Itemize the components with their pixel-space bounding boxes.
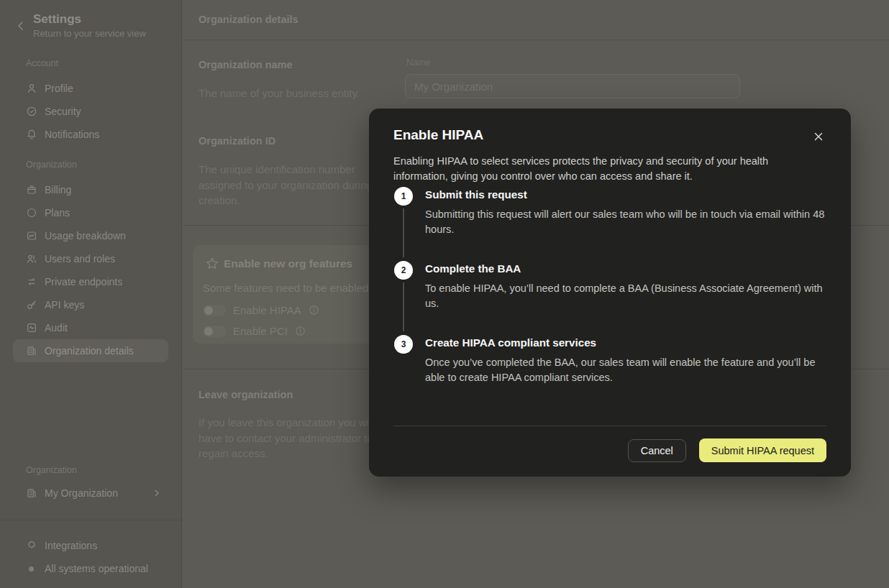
org-name-description: The name of your business entity. [199, 86, 380, 101]
sidebar-item-label: Security [45, 106, 81, 117]
hipaa-steps: 1Submit this requestSubmitting this requ… [393, 185, 826, 385]
status-label: All systems operational [45, 563, 148, 574]
org-name-heading: Organization name [199, 59, 293, 70]
organization-name-input[interactable] [405, 74, 740, 98]
enable-hipaa-row: Enable HIPAA [203, 304, 319, 316]
step-title: Complete the BAA [425, 261, 826, 277]
info-icon[interactable] [295, 326, 306, 336]
enable-hipaa-modal: Enable HIPAA Enabling HIPAA to select se… [369, 109, 851, 477]
leave-org-description: If you leave this organization you will … [199, 415, 380, 461]
step-number-badge: 1 [394, 187, 413, 206]
sidebar-item-organization-details[interactable]: Organization details [13, 339, 168, 362]
building-icon [26, 487, 37, 499]
bell-icon [26, 129, 37, 140]
toggle-knob [204, 306, 213, 315]
sidebar-item-private-endpoints[interactable]: Private endpoints [13, 270, 168, 293]
cancel-button[interactable]: Cancel [628, 439, 686, 462]
system-status[interactable]: All systems operational [13, 557, 168, 580]
org-id-heading: Organization ID [199, 135, 275, 147]
sidebar-item-my-organization[interactable]: My Organization [13, 482, 168, 505]
step-title: Create HIPAA compliant services [425, 335, 826, 351]
name-field-label: Name [406, 58, 430, 68]
step-title: Submit this request [425, 187, 826, 203]
sidebar-item-plans[interactable]: Plans [13, 201, 168, 224]
features-card-description: Some features need to be enabled t [203, 282, 375, 294]
hipaa-step-1: 1Submit this requestSubmitting this requ… [393, 187, 826, 259]
enable-pci-toggle[interactable] [203, 326, 226, 337]
hipaa-step-3: 3Create HIPAA compliant servicesOnce you… [393, 335, 826, 385]
sidebar-item-audit[interactable]: Audit [13, 316, 168, 339]
sidebar-item-api-keys[interactable]: API keys [13, 293, 168, 316]
status-dot-icon [29, 566, 34, 571]
chevron-left-icon [14, 19, 27, 32]
features-card-title: Enable new org features [224, 257, 352, 270]
step-description: To enable HIPAA, you’ll need to complete… [425, 281, 826, 311]
users-icon [26, 253, 37, 265]
hipaa-step-2: 2Complete the BAATo enable HIPAA, you’ll… [393, 261, 826, 334]
step-number-badge: 2 [394, 261, 413, 280]
enable-pci-row: Enable PCI [203, 325, 306, 337]
sidebar-nav: AccountProfileSecurityNotificationsOrgan… [0, 58, 181, 362]
circle-icon [26, 207, 37, 219]
sidebar-item-profile[interactable]: Profile [13, 77, 168, 100]
divider [0, 520, 181, 520]
leave-org-heading: Leave organization [199, 389, 293, 400]
info-icon[interactable] [309, 305, 319, 316]
key-icon [26, 299, 37, 311]
transfer-arrows-icon [26, 276, 37, 288]
sidebar-item-label: Profile [45, 83, 73, 94]
user-icon [26, 83, 37, 94]
sidebar-item-usage-breakdown[interactable]: Usage breakdown [13, 224, 168, 247]
integrations-icon [26, 540, 37, 551]
sidebar-item-label: API keys [45, 299, 84, 311]
step-number-badge: 3 [394, 335, 413, 354]
settings-subtitle: Return to your service view [33, 28, 146, 39]
sidebar-item-label: Organization details [45, 345, 134, 357]
org-section-label: Organization [13, 465, 168, 475]
settings-sidebar: Settings Return to your service view Acc… [0, 0, 182, 588]
toggle-label: Enable PCI [233, 325, 288, 337]
sidebar-item-label: Users and roles [45, 253, 115, 265]
sidebar-item-label: Integrations [45, 540, 97, 551]
sidebar-item-integrations[interactable]: Integrations [13, 534, 168, 557]
sidebar-item-billing[interactable]: Billing [13, 178, 168, 201]
close-icon [813, 131, 824, 142]
toggle-label: Enable HIPAA [233, 304, 301, 316]
org-id-description: The unique identification number assigne… [199, 162, 380, 208]
usage-chart-icon [26, 230, 37, 242]
toggle-knob [204, 327, 213, 336]
modal-actions: Cancel Submit HIPAA request [628, 438, 826, 462]
sidebar-footer-group: Integrations All systems operational [0, 534, 181, 580]
shield-check-icon [26, 106, 37, 117]
sidebar-item-notifications[interactable]: Notifications [13, 123, 168, 146]
section-label-account: Account [13, 58, 168, 68]
billing-icon [26, 184, 37, 196]
back-button[interactable] [14, 19, 27, 32]
page-title: Organization details [199, 14, 298, 25]
sidebar-item-label: Billing [45, 184, 71, 196]
step-description: Submitting this request will alert our s… [425, 207, 826, 237]
sidebar-bottom: Organization My Organization Integration… [0, 465, 181, 505]
sidebar-item-users-and-roles[interactable]: Users and roles [13, 247, 168, 270]
sidebar-item-label: Private endpoints [45, 276, 122, 288]
sidebar-item-label: Usage breakdown [45, 230, 126, 242]
settings-title: Settings [33, 12, 81, 27]
sidebar-item-label: Notifications [45, 129, 99, 140]
step-description: Once you’ve completed the BAA, our sales… [425, 355, 826, 385]
star-icon [205, 257, 219, 271]
divider [393, 426, 826, 426]
sidebar-item-label: My Organization [45, 487, 118, 499]
sidebar-item-label: Audit [45, 322, 68, 334]
sidebar-item-security[interactable]: Security [13, 100, 168, 123]
submit-hipaa-request-button[interactable]: Submit HIPAA request [699, 438, 826, 462]
enable-hipaa-toggle[interactable] [203, 305, 226, 316]
modal-description: Enabling HIPAA to select services protec… [393, 154, 825, 184]
building-icon [26, 345, 37, 357]
divider [183, 40, 889, 40]
section-label-organization: Organization [13, 160, 168, 170]
close-button[interactable] [810, 128, 827, 145]
sidebar-item-label: Plans [45, 207, 70, 219]
audit-pulse-icon [26, 322, 37, 334]
modal-title: Enable HIPAA [393, 127, 483, 143]
chevron-right-icon [152, 489, 161, 497]
